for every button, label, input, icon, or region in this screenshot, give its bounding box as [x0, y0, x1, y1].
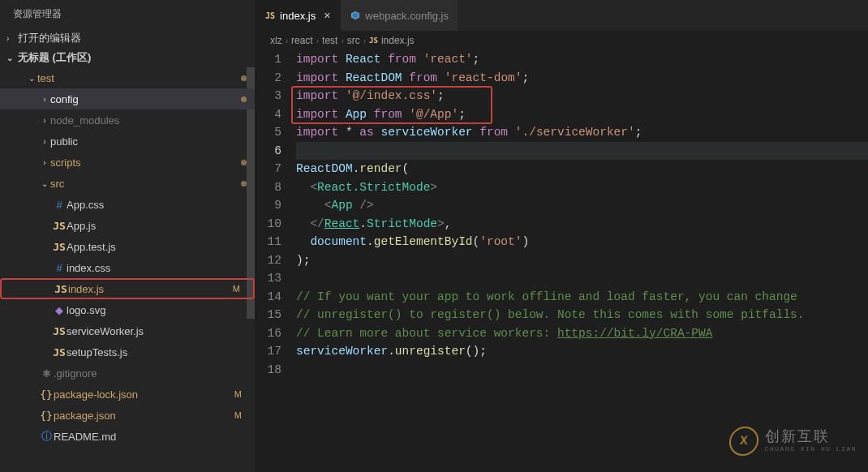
git-modified-badge: M [230, 389, 247, 399]
breadcrumb-item[interactable]: index.js [381, 35, 415, 46]
breadcrumb-item[interactable]: xlz [270, 35, 282, 46]
file-label: index.js [68, 283, 228, 295]
workspace-section[interactable]: ⌄ 无标题 (工作区) [0, 48, 255, 67]
file-logo-svg[interactable]: ◆ logo.svg [0, 299, 255, 320]
modified-dot-icon [241, 160, 247, 165]
modified-dot-icon [241, 75, 247, 81]
chevron-down-icon: ⌄ [26, 74, 37, 83]
explorer-title: 资源管理器 [0, 0, 255, 28]
file-label: logo.svg [67, 304, 247, 316]
open-editors-section[interactable]: › 打开的编辑器 [0, 28, 255, 48]
folder-label: src [50, 178, 241, 190]
editor-tabs: JS index.js × webpack.config.js [256, 0, 868, 31]
file-label: App.test.js [67, 241, 247, 253]
open-editors-label: 打开的编辑器 [18, 31, 81, 45]
git-modified-badge: M [230, 410, 247, 420]
file-setuptests-js[interactable]: JS setupTests.js [0, 341, 255, 363]
chevron-right-icon: › [39, 95, 50, 104]
workspace-label: 无标题 (工作区) [18, 50, 91, 65]
file-package-json[interactable]: {} package.json M [0, 405, 255, 426]
tab-label: index.js [280, 10, 316, 22]
modified-dot-icon [241, 97, 247, 102]
file-label: .gitignore [54, 367, 247, 380]
file-label: README.md [54, 431, 247, 443]
modified-dot-icon [241, 181, 247, 187]
chevron-right-icon: › [39, 116, 50, 125]
json-file-icon: {} [39, 410, 54, 422]
js-file-icon: JS [52, 346, 67, 358]
file-index-css[interactable]: # index.css [0, 257, 255, 278]
breadcrumb-item[interactable]: test [322, 35, 337, 46]
watermark-subtitle: CHUANG XIN HU LIAN [765, 446, 857, 453]
tab-label: webpack.config.js [365, 10, 449, 22]
file-readme[interactable]: ⓘ README.md [0, 426, 255, 447]
watermark: X 创新互联 CHUANG XIN HU LIAN [729, 427, 857, 456]
folder-label: scripts [50, 157, 241, 169]
folder-label: test [37, 72, 241, 84]
tab-webpack-config[interactable]: webpack.config.js [341, 0, 459, 31]
file-tree: ⌄ test › config › node_modules › public … [0, 67, 255, 472]
json-file-icon: {} [39, 388, 54, 401]
file-index-js[interactable]: JS index.js M [0, 278, 255, 299]
js-file-icon: JS [52, 220, 67, 232]
file-label: index.css [67, 262, 247, 274]
file-package-lock[interactable]: {} package-lock.json M [0, 384, 255, 405]
chevron-right-icon: › [6, 34, 18, 43]
git-modified-badge: M [228, 284, 245, 294]
chevron-down-icon: ⌄ [39, 179, 50, 188]
folder-node-modules[interactable]: › node_modules [0, 109, 255, 131]
folder-public[interactable]: › public [0, 131, 255, 152]
chevron-right-icon: › [39, 137, 50, 146]
chevron-right-icon: › [39, 158, 50, 167]
chevron-down-icon: ⌄ [6, 54, 18, 62]
gitignore-file-icon: ✱ [39, 367, 54, 380]
breadcrumb[interactable]: xlz› react› test› src› JS index.js [256, 31, 868, 50]
js-file-icon: JS [369, 36, 378, 45]
file-app-js[interactable]: JS App.js [0, 215, 255, 236]
watermark-logo-icon: X [728, 427, 759, 456]
js-file-icon: JS [52, 325, 67, 337]
code-content[interactable]: import React from 'react';import ReactDO… [296, 50, 868, 472]
editor-area: JS index.js × webpack.config.js xlz› rea… [256, 0, 868, 472]
folder-label: node_modules [50, 114, 247, 127]
file-label: package-lock.json [54, 388, 230, 401]
explorer-sidebar: 资源管理器 › 打开的编辑器 ⌄ 无标题 (工作区) ⌄ test › conf… [0, 0, 256, 472]
file-label: serviceWorker.js [67, 325, 247, 337]
webpack-icon [350, 11, 360, 20]
file-app-test-js[interactable]: JS App.test.js [0, 236, 255, 257]
file-serviceworker-js[interactable]: JS serviceWorker.js [0, 320, 255, 341]
js-file-icon: JS [265, 11, 275, 20]
watermark-title: 创新互联 [765, 430, 857, 446]
js-file-icon: JS [52, 241, 67, 253]
tab-index-js[interactable]: JS index.js × [256, 0, 341, 31]
js-file-icon: JS [54, 283, 68, 295]
breadcrumb-item[interactable]: react [291, 35, 313, 46]
folder-test[interactable]: ⌄ test [0, 67, 255, 88]
file-gitignore[interactable]: ✱ .gitignore [0, 363, 255, 384]
css-file-icon: # [52, 199, 67, 211]
file-app-css[interactable]: # App.css [0, 194, 255, 215]
css-file-icon: # [52, 262, 67, 274]
file-label: App.css [67, 199, 247, 211]
line-gutter: 123456789101112131415161718 [256, 50, 296, 472]
svg-file-icon: ◆ [52, 304, 67, 316]
folder-config[interactable]: › config [0, 88, 255, 109]
file-label: App.js [67, 220, 247, 232]
folder-label: public [50, 135, 247, 148]
info-file-icon: ⓘ [39, 429, 54, 444]
code-editor[interactable]: 123456789101112131415161718 import React… [256, 50, 868, 472]
file-label: package.json [54, 410, 230, 422]
close-icon[interactable]: × [324, 9, 330, 22]
file-label: setupTests.js [67, 346, 247, 358]
folder-src[interactable]: ⌄ src [0, 173, 255, 194]
folder-label: config [50, 93, 241, 105]
folder-scripts[interactable]: › scripts [0, 152, 255, 173]
breadcrumb-item[interactable]: src [347, 35, 360, 46]
